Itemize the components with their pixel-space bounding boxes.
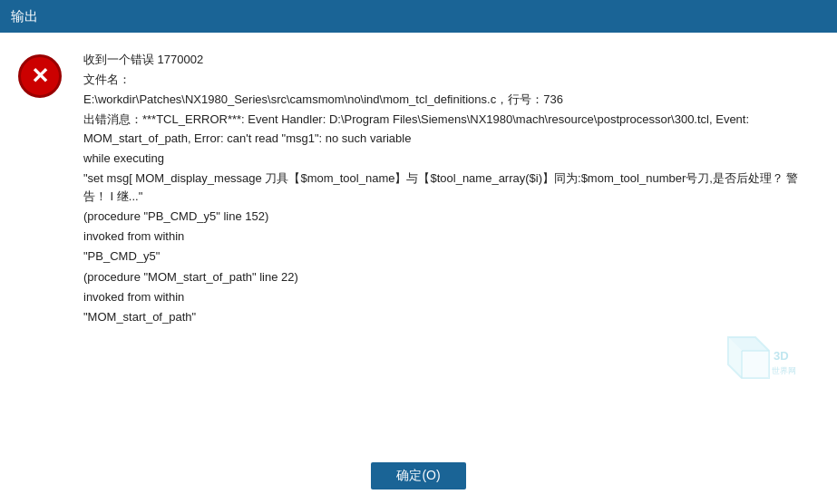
procedure-line1: (procedure "PB_CMD_y5" line 152): [83, 208, 819, 226]
set-msg-line: "set msg[ MOM_display_message 刀具【$mom_to…: [83, 170, 819, 206]
content-area: 收到一个错误 1770002 文件名： E:\workdir\Patches\N…: [18, 51, 819, 450]
while-executing: while executing: [83, 150, 819, 168]
icon-area: [18, 51, 69, 450]
invoked-line1: invoked from within: [83, 228, 819, 246]
ok-button[interactable]: 确定(O): [371, 462, 465, 489]
filepath: E:\workdir\Patches\NX1980_Series\src\cam…: [83, 91, 819, 109]
button-area: 确定(O): [18, 450, 819, 489]
pb-cmd-y5: "PB_CMD_y5": [83, 247, 819, 266]
error-icon: [18, 54, 62, 98]
error-message-main: 出错消息：***TCL_ERROR***: Event Handler: D:\…: [83, 111, 819, 147]
filename-label: 文件名：: [83, 71, 819, 89]
title-label: 输出: [11, 8, 38, 25]
svg-text:3D: 3D: [774, 349, 789, 363]
error-title: 收到一个错误 1770002: [83, 51, 819, 69]
mom-start-of-path: "MOM_start_of_path": [83, 308, 819, 326]
relative-wrapper: 收到一个错误 1770002 文件名： E:\workdir\Patches\N…: [83, 51, 819, 450]
procedure-line2: (procedure "MOM_start_of_path" line 22): [83, 268, 819, 286]
svg-text:世界网: 世界网: [772, 366, 796, 375]
title-bar: 输出: [0, 0, 837, 33]
invoked-line2: invoked from within: [83, 288, 819, 306]
watermark-logo: 3D 世界网: [701, 328, 801, 395]
dialog-body: 收到一个错误 1770002 文件名： E:\workdir\Patches\N…: [0, 33, 837, 504]
svg-marker-3: [742, 351, 769, 378]
